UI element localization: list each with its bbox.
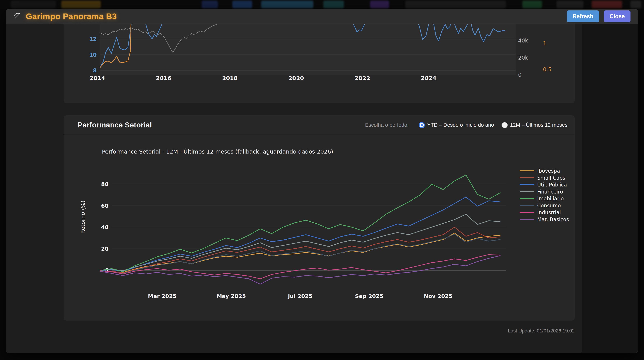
- svg-text:10: 10: [89, 52, 97, 58]
- svg-text:80: 80: [101, 181, 108, 187]
- performance-setorial-header: Performance Setorial Escolha o período: …: [64, 115, 575, 135]
- svg-text:2018: 2018: [222, 75, 238, 81]
- svg-text:20: 20: [101, 246, 108, 252]
- svg-text:40k: 40k: [518, 37, 528, 44]
- period-selector-label: Escolha o período:: [365, 122, 408, 128]
- svg-text:Small Caps: Small Caps: [537, 175, 565, 181]
- svg-text:12: 12: [89, 36, 97, 42]
- scroll-content[interactable]: 81012020k40k0.51201420162018202020222024…: [6, 24, 582, 353]
- close-button[interactable]: Close: [604, 10, 630, 22]
- svg-text:Retorno (%): Retorno (%): [80, 201, 86, 234]
- historic-chart: 81012020k40k0.51201420162018202020222024: [64, 24, 575, 103]
- svg-text:Consumo: Consumo: [537, 203, 561, 209]
- svg-text:20k: 20k: [518, 54, 528, 61]
- svg-text:1: 1: [543, 40, 546, 46]
- radio-ytd-label[interactable]: YTD – Desde o início do ano: [427, 122, 494, 128]
- svg-text:2024: 2024: [421, 75, 436, 81]
- svg-text:2014: 2014: [90, 75, 105, 81]
- section-heading: Performance Setorial: [78, 121, 152, 129]
- svg-text:0.5: 0.5: [543, 66, 552, 72]
- svg-text:40: 40: [101, 224, 108, 230]
- svg-text:Financeiro: Financeiro: [537, 189, 563, 195]
- svg-text:May 2025: May 2025: [217, 293, 246, 299]
- svg-text:2016: 2016: [156, 75, 172, 81]
- performance-setorial-chart: Performance Setorial - 12M - Últimos 12 …: [64, 137, 575, 319]
- svg-text:2022: 2022: [354, 75, 370, 81]
- pickaxe-icon: [14, 12, 22, 20]
- period-selector: Escolha o período: YTD – Desde o início …: [365, 122, 568, 128]
- svg-text:Util. Pública: Util. Pública: [537, 182, 567, 188]
- svg-text:8: 8: [93, 67, 97, 74]
- svg-text:Performance Setorial - 12M - Ú: Performance Setorial - 12M - Últimos 12 …: [102, 148, 333, 155]
- historic-chart-card: 81012020k40k0.51201420162018202020222024: [64, 24, 575, 103]
- svg-text:Mat. Básicos: Mat. Básicos: [537, 217, 569, 223]
- svg-text:Industrial: Industrial: [537, 210, 561, 215]
- radio-ytd[interactable]: [419, 122, 425, 128]
- svg-text:2020: 2020: [288, 75, 304, 81]
- svg-text:Imobiliário: Imobiliário: [537, 196, 564, 202]
- svg-text:Mar 2025: Mar 2025: [148, 293, 177, 299]
- background-page-strip: [0, 0, 644, 9]
- modal-header: Garimpo Panorama B3 Refresh Close: [6, 9, 638, 24]
- garimpo-panorama-modal: Garimpo Panorama B3 Refresh Close 810120…: [6, 9, 638, 353]
- performance-setorial-card: Performance Setorial Escolha o período: …: [64, 115, 575, 321]
- svg-text:Sep 2025: Sep 2025: [355, 293, 383, 299]
- last-update-text: Last Update: 01/01/2026 19:02: [64, 328, 575, 334]
- modal-title: Garimpo Panorama B3: [26, 11, 117, 21]
- svg-text:0: 0: [518, 72, 522, 78]
- svg-text:60: 60: [101, 203, 108, 209]
- svg-text:Ibovespa: Ibovespa: [537, 168, 560, 174]
- period-option-ytd[interactable]: YTD – Desde o início do ano: [419, 122, 494, 128]
- svg-text:Jul 2025: Jul 2025: [288, 293, 313, 299]
- radio-12m[interactable]: [502, 122, 508, 128]
- refresh-button[interactable]: Refresh: [567, 10, 599, 22]
- radio-12m-label[interactable]: 12M – Últimos 12 meses: [510, 122, 568, 128]
- svg-text:Nov 2025: Nov 2025: [424, 293, 452, 299]
- period-option-12m[interactable]: 12M – Últimos 12 meses: [502, 122, 568, 128]
